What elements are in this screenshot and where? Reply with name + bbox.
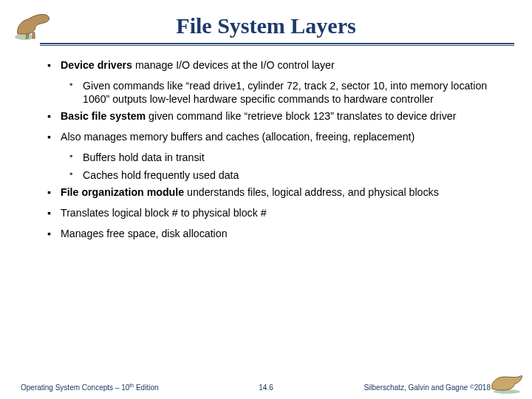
dot-bullet-icon: • (69, 169, 83, 183)
square-bullet-icon: ▪ (47, 110, 61, 123)
footer-right-text-a: Silberschatz, Galvin and Gagne (364, 383, 469, 392)
bullet-item: ▪Basic file system given command like “r… (47, 110, 501, 123)
slide-title: File System Layers (176, 13, 355, 38)
square-bullet-icon: ▪ (47, 228, 61, 241)
bullet-item: ▪File organization module understands fi… (47, 186, 501, 200)
dinosaur-top-image (13, 9, 55, 41)
sub-bullet-item: •Given commands like “read drive1, cylin… (69, 80, 501, 106)
square-bullet-icon: ▪ (47, 131, 61, 144)
bullet-item: ▪Device drivers manage I/O devices at th… (47, 59, 501, 72)
bullet-item: ▪Translates logical block # to physical … (47, 207, 501, 220)
square-bullet-icon: ▪ (47, 186, 61, 200)
bullet-text: Translates logical block # to physical b… (61, 207, 501, 220)
square-bullet-icon: ▪ (47, 59, 61, 72)
sub-bullet-text: Buffers hold data in transit (83, 151, 501, 165)
footer-right-text-b: 2018 (474, 383, 491, 392)
bullet-item: ▪Also manages memory buffers and caches … (47, 131, 501, 144)
square-bullet-icon: ▪ (47, 207, 61, 220)
sub-bullet-text: Given commands like “read drive1, cylind… (83, 80, 501, 106)
sub-bullet-item: •Caches hold frequently used data (69, 169, 501, 183)
footer-right: Silberschatz, Galvin and Gagne ©2018 (364, 383, 491, 392)
bullet-text: Manages free space, disk allocation (61, 228, 501, 241)
bullet-text: Also manages memory buffers and caches (… (61, 131, 501, 144)
slide: File System Layers ▪Device drivers manag… (0, 0, 532, 399)
bullet-text: Basic file system given command like “re… (61, 110, 501, 123)
bullet-item: ▪Manages free space, disk allocation (47, 228, 501, 241)
bullet-text: File organization module understands fil… (61, 186, 501, 200)
dot-bullet-icon: • (69, 80, 83, 106)
title-area: File System Layers (0, 0, 532, 38)
slide-body: ▪Device drivers manage I/O devices at th… (0, 46, 532, 241)
footer: Operating System Concepts – 10th Edition… (0, 375, 532, 393)
sub-bullet-text: Caches hold frequently used data (83, 169, 501, 183)
sub-bullet-item: •Buffers hold data in transit (69, 151, 501, 165)
bullet-text: Device drivers manage I/O devices at the… (61, 59, 501, 72)
dot-bullet-icon: • (69, 151, 83, 165)
